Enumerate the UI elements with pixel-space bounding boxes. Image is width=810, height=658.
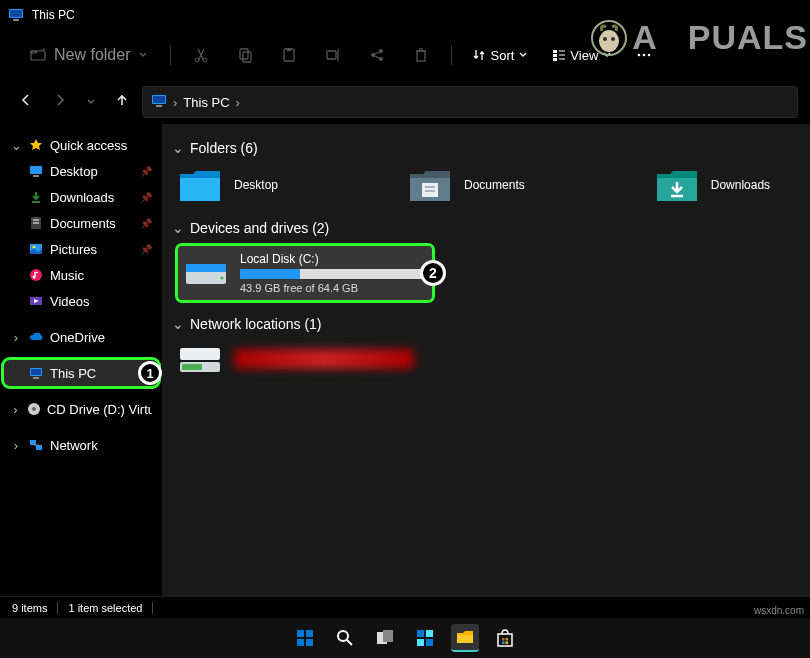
this-pc-icon	[151, 93, 167, 112]
watermark-logo-icon	[590, 19, 628, 57]
window-title: This PC	[32, 8, 75, 22]
taskbar-store[interactable]	[491, 624, 519, 652]
nav-bar: › This PC ›	[0, 80, 810, 124]
taskbar-task-view[interactable]	[371, 624, 399, 652]
sidebar-onedrive[interactable]: › OneDrive	[4, 324, 158, 350]
svg-rect-20	[553, 54, 557, 57]
sort-button[interactable]: Sort	[464, 42, 536, 69]
view-icon	[552, 48, 566, 62]
svg-point-13	[371, 53, 375, 57]
share-button[interactable]	[359, 41, 395, 69]
svg-point-46	[32, 407, 36, 411]
sidebar-quick-access[interactable]: ⌄ Quick access	[4, 132, 158, 158]
folder-documents[interactable]: Documents	[408, 166, 525, 204]
drive-info: Local Disk (C:) 43.9 GB free of 64.4 GB	[240, 252, 426, 294]
new-folder-button[interactable]: + New folder	[20, 40, 158, 70]
svg-rect-70	[417, 639, 424, 646]
rename-button[interactable]	[315, 41, 351, 69]
folder-label: Desktop	[234, 178, 278, 192]
address-bar[interactable]: › This PC ›	[142, 86, 798, 118]
separator	[152, 602, 153, 614]
sidebar-this-pc[interactable]: › This PC 1	[4, 360, 158, 386]
folder-label: Downloads	[711, 178, 770, 192]
sidebar-label: Downloads	[50, 190, 114, 205]
pin-icon: 📌	[140, 244, 152, 255]
taskbar-widgets[interactable]	[411, 624, 439, 652]
chevron-down-icon: ⌄	[10, 138, 22, 153]
svg-rect-67	[383, 630, 393, 642]
cut-button[interactable]	[183, 41, 219, 69]
copy-button[interactable]	[227, 41, 263, 69]
sort-label: Sort	[490, 48, 514, 63]
svg-rect-8	[243, 52, 251, 62]
desktop-icon	[28, 163, 44, 179]
forward-button[interactable]	[46, 86, 74, 118]
chevron-right-icon: ›	[10, 330, 22, 345]
svg-rect-72	[498, 634, 512, 646]
section-label: Network locations (1)	[190, 316, 322, 332]
cloud-icon	[28, 329, 44, 345]
sidebar-label: OneDrive	[50, 330, 105, 345]
chevron-down-icon	[518, 50, 528, 60]
sidebar-documents[interactable]: Documents 📌	[4, 210, 158, 236]
svg-rect-44	[33, 377, 39, 379]
status-item-count: 9 items	[12, 602, 47, 614]
drive-icon	[184, 256, 228, 290]
svg-rect-59	[182, 364, 202, 370]
sidebar-videos[interactable]: Videos	[4, 288, 158, 314]
svg-point-15	[379, 57, 383, 61]
section-folders[interactable]: ⌄ Folders (6)	[172, 140, 794, 156]
sidebar-music[interactable]: Music	[4, 262, 158, 288]
sidebar-pictures[interactable]: Pictures 📌	[4, 236, 158, 262]
sidebar-downloads[interactable]: Downloads 📌	[4, 184, 158, 210]
document-icon	[28, 215, 44, 231]
svg-rect-32	[33, 175, 39, 177]
svg-point-78	[599, 30, 619, 52]
drive-name: Local Disk (C:)	[240, 252, 426, 266]
taskbar-start[interactable]	[291, 624, 319, 652]
sidebar-label: Network	[50, 438, 98, 453]
svg-rect-61	[306, 630, 313, 637]
svg-rect-63	[306, 639, 313, 646]
sidebar-network[interactable]: › Network	[4, 432, 158, 458]
taskbar-search[interactable]	[331, 624, 359, 652]
folder-downloads[interactable]: Downloads	[655, 166, 770, 204]
pin-icon: 📌	[140, 218, 152, 229]
new-folder-icon: +	[30, 47, 46, 63]
separator	[451, 45, 452, 65]
status-bar: 9 items 1 item selected	[0, 596, 810, 618]
svg-rect-10	[287, 48, 291, 51]
sidebar-label: Music	[50, 268, 84, 283]
watermark: A PUALS	[590, 18, 808, 57]
sidebar-cd-drive[interactable]: › CD Drive (D:) Virtual	[4, 396, 158, 422]
svg-rect-48	[36, 445, 42, 450]
taskbar	[0, 618, 810, 658]
folder-label: Documents	[464, 178, 525, 192]
back-button[interactable]	[12, 86, 40, 118]
section-network[interactable]: ⌄ Network locations (1)	[172, 316, 794, 332]
svg-rect-31	[30, 166, 42, 174]
section-devices[interactable]: ⌄ Devices and drives (2)	[172, 220, 794, 236]
taskbar-file-explorer[interactable]	[451, 624, 479, 652]
chevron-down-icon: ⌄	[172, 316, 184, 332]
svg-point-14	[379, 49, 383, 53]
chevron-right-icon: ›	[236, 95, 240, 110]
status-selected-count: 1 item selected	[68, 602, 142, 614]
paste-button[interactable]	[271, 41, 307, 69]
network-location-item[interactable]	[178, 342, 794, 376]
sidebar-desktop[interactable]: Desktop 📌	[4, 158, 158, 184]
breadcrumb-this-pc[interactable]: This PC	[183, 95, 229, 110]
drive-local-disk-c[interactable]: Local Disk (C:) 43.9 GB free of 64.4 GB …	[178, 246, 432, 300]
section-label: Folders (6)	[190, 140, 258, 156]
folders-row: Desktop Documents Downloads	[178, 166, 794, 204]
star-icon	[28, 137, 44, 153]
delete-button[interactable]	[403, 41, 439, 69]
svg-rect-69	[426, 630, 433, 637]
separator	[57, 602, 58, 614]
section-label: Devices and drives (2)	[190, 220, 329, 236]
up-button[interactable]	[108, 86, 136, 118]
folder-desktop[interactable]: Desktop	[178, 166, 278, 204]
svg-point-40	[33, 276, 36, 279]
svg-rect-1	[10, 10, 22, 17]
recent-button[interactable]	[80, 87, 102, 117]
